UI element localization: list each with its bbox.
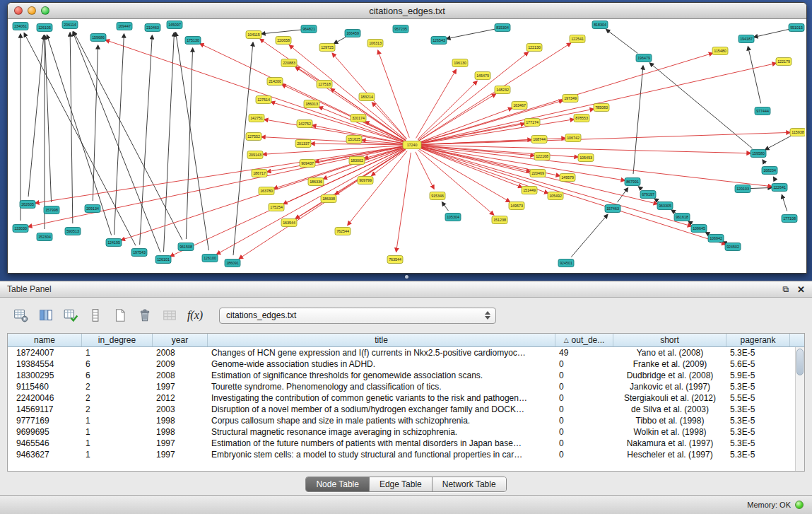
graph-node[interactable]: 320174 <box>351 115 366 122</box>
tab-network-table[interactable]: Network Table <box>433 477 506 491</box>
scrollbar-thumb[interactable] <box>796 349 804 375</box>
show-columns-icon[interactable] <box>36 305 56 325</box>
graph-node[interactable]: 106313 <box>367 40 383 47</box>
graph-node[interactable]: 196130 <box>452 59 468 67</box>
graph-node[interactable]: 961508 <box>178 243 194 251</box>
graph-node[interactable]: 152304 <box>37 233 52 241</box>
graph-node[interactable]: 129725 <box>319 44 335 52</box>
graph-node[interactable]: 166459 <box>345 30 360 37</box>
citation-network-graph[interactable]: 2340611261052061141596861694472104631450… <box>8 19 805 273</box>
graph-node[interactable]: 17240 <box>403 141 421 149</box>
graph-node[interactable]: 961618 <box>674 214 690 221</box>
graph-node[interactable]: 127514 <box>256 96 271 104</box>
graph-node[interactable]: 159580 <box>751 150 766 158</box>
graph-node[interactable]: 151238 <box>492 216 507 224</box>
graph-node[interactable]: 105493 <box>578 154 594 162</box>
column-header-title[interactable]: title <box>208 334 555 346</box>
graph-node[interactable]: 148232 <box>495 86 510 94</box>
graph-node[interactable]: 963305 <box>657 202 673 210</box>
graph-node[interactable]: 126105 <box>37 24 52 32</box>
graph-node[interactable]: 126100 <box>202 255 218 262</box>
window-zoom-button[interactable] <box>41 6 49 15</box>
network-table-selector[interactable]: citations_edges.txt <box>219 308 496 324</box>
splitter-handle[interactable] <box>405 275 408 279</box>
graph-node[interactable]: 145097 <box>167 21 182 29</box>
graph-node[interactable]: 209134 <box>85 205 100 213</box>
graph-node[interactable]: 209143 <box>247 151 263 159</box>
graph-node[interactable]: 210463 <box>145 24 160 32</box>
graph-node[interactable]: 867991 <box>625 178 640 186</box>
graph-node[interactable]: 133030 <box>13 225 28 233</box>
graph-node[interactable]: 163780 <box>259 187 274 195</box>
graph-node[interactable]: 878553 <box>574 115 589 122</box>
tab-edge-table[interactable]: Edge Table <box>370 477 433 491</box>
graph-node[interactable]: 175130 <box>185 37 201 45</box>
graph-node[interactable]: 157998 <box>44 206 59 214</box>
graph-node[interactable]: 149573 <box>509 202 524 210</box>
graph-node[interactable]: 183214 <box>359 93 375 101</box>
graph-node[interactable]: 915346 <box>430 192 445 200</box>
graph-node[interactable]: 762544 <box>335 228 351 235</box>
row-selector-icon[interactable] <box>86 305 105 325</box>
table-scrollbar[interactable] <box>795 347 804 471</box>
graph-node[interactable]: 186336 <box>308 178 324 186</box>
graph-node[interactable]: 106742 <box>565 134 581 142</box>
graph-node[interactable]: 763544 <box>387 256 403 264</box>
column-header-in_degree[interactable]: in_degree <box>82 334 153 346</box>
graph-node[interactable]: 122641 <box>772 184 787 192</box>
graph-node[interactable]: 159686 <box>90 34 106 42</box>
table-row[interactable]: 911546021997Tourette syndrome. Phenomeno… <box>8 381 795 392</box>
graph-node[interactable]: 175254 <box>269 204 284 211</box>
graph-node[interactable]: 815304 <box>495 24 510 32</box>
graph-node[interactable]: 151449 <box>522 187 537 194</box>
import-table-icon[interactable] <box>160 305 180 325</box>
column-header-year[interactable]: year <box>153 334 208 346</box>
tab-node-table[interactable]: Node Table <box>306 477 370 491</box>
graph-node[interactable]: 214200 <box>267 78 283 86</box>
table-row[interactable]: 2242004622012Investigating the contribut… <box>8 392 795 404</box>
column-header-pagerank[interactable]: pagerank <box>726 334 790 346</box>
graph-node[interactable]: 924501 <box>558 259 574 267</box>
graph-node[interactable]: 127518 <box>317 81 332 88</box>
graph-node[interactable]: 220469 <box>530 170 546 177</box>
graph-node[interactable]: 196479 <box>636 54 652 62</box>
window-minimize-button[interactable] <box>28 6 36 15</box>
graph-node[interactable]: 909799 <box>358 177 373 185</box>
graph-node[interactable]: 590513 <box>65 228 81 235</box>
graph-node[interactable]: 234061 <box>13 23 28 30</box>
graph-node[interactable]: 142752 <box>297 120 312 128</box>
graph-node[interactable]: 977444 <box>755 107 770 115</box>
float-panel-icon[interactable]: ⧉ <box>783 285 789 293</box>
graph-node[interactable]: 122130 <box>526 44 542 52</box>
graph-node[interactable]: 104115 <box>246 31 261 39</box>
graph-node[interactable]: 142751 <box>249 115 264 122</box>
graph-node[interactable]: 909437 <box>300 160 315 168</box>
table-row[interactable]: 1938455462009Genome-wide association stu… <box>8 358 795 370</box>
graph-node[interactable]: 220883 <box>281 59 297 67</box>
function-builder-icon[interactable]: f(x) <box>184 305 206 325</box>
graph-node[interactable]: 115480 <box>712 47 728 55</box>
table-row[interactable]: 946554611997Estimation of the future num… <box>8 438 795 449</box>
graph-node[interactable]: 964821 <box>301 25 317 33</box>
column-header-out_de[interactable]: △out_de... <box>555 334 613 346</box>
table-row[interactable]: 946362711997Embryonic stem cells: a mode… <box>8 449 795 460</box>
table-row[interactable]: 1456911722003Disruption of a novel membe… <box>8 404 795 415</box>
graph-node[interactable]: 186338 <box>321 195 336 203</box>
graph-node[interactable]: 262605 <box>20 201 35 209</box>
graph-node[interactable]: 126543 <box>431 37 447 45</box>
graph-node[interactable]: 109645 <box>691 225 707 233</box>
graph-node[interactable]: 679197 <box>640 191 656 199</box>
graph-node[interactable]: 186091 <box>225 259 240 267</box>
graph-node[interactable]: 924502 <box>725 243 741 251</box>
graph-node[interactable]: 197543 <box>131 249 147 257</box>
graph-node[interactable]: 163467 <box>512 102 527 110</box>
graph-node[interactable]: 785083 <box>594 104 609 112</box>
graph-node[interactable]: 169447 <box>117 23 132 30</box>
graph-node[interactable]: 168204 <box>762 167 777 175</box>
column-header-name[interactable]: name <box>8 334 82 346</box>
graph-node[interactable]: 120103 <box>735 185 751 193</box>
graph-node[interactable]: 127552 <box>246 133 261 141</box>
graph-node[interactable]: 122541 <box>570 35 585 43</box>
graph-node[interactable]: 194187 <box>739 35 754 43</box>
graph-node[interactable]: 186013 <box>304 100 319 108</box>
